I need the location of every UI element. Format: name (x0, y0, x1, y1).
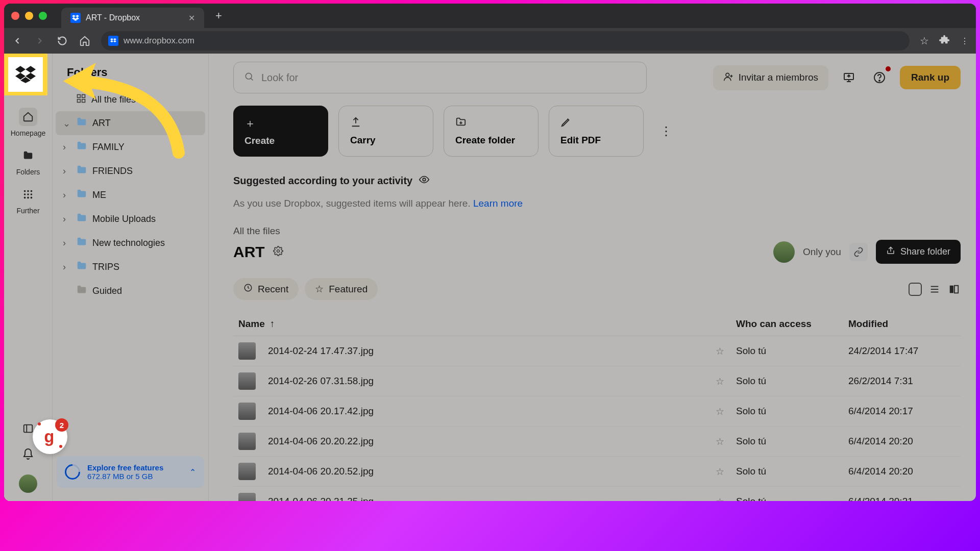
extensions-icon[interactable] (939, 34, 950, 47)
file-name: 2014-02-26 07.31.58.jpg (268, 375, 374, 387)
rail-home[interactable]: Homepage (11, 108, 46, 137)
top-row: Look for Invitar a miembros Rank up (233, 62, 961, 93)
screen-share-icon[interactable] (839, 67, 859, 88)
pencil-icon (560, 116, 632, 131)
folder-icon (76, 164, 87, 178)
file-name: 2014-04-06 20.17.42.jpg (268, 406, 374, 417)
url-text: www.dropbox.com (124, 36, 194, 46)
column-name[interactable]: Name ↑ (238, 318, 736, 330)
sidebar-item-tech[interactable]: › New technologies (53, 231, 208, 255)
maximize-window[interactable] (39, 12, 47, 20)
row-access: Solo tú (736, 406, 848, 417)
file-table: Name ↑ Who can access Modified 2014-02-2… (233, 312, 961, 501)
rank-up-button[interactable]: Rank up (900, 66, 961, 89)
table-row[interactable]: 2014-04-06 20.20.22.jpg☆Solo tú6/4/2014 … (233, 427, 961, 457)
list-view-icon[interactable] (928, 283, 941, 296)
table-row[interactable]: 2014-04-06 20.20.52.jpg☆Solo tú6/4/2014 … (233, 457, 961, 487)
star-toggle[interactable]: ☆ (716, 466, 736, 478)
bookmark-star-icon[interactable]: ☆ (920, 35, 929, 47)
url-bar[interactable]: www.dropbox.com (101, 31, 910, 51)
select-all-checkbox[interactable] (909, 283, 922, 296)
chevron-right-icon[interactable]: › (63, 238, 71, 248)
sidebar-item-guided[interactable]: Guided (53, 279, 208, 303)
star-toggle[interactable]: ☆ (716, 375, 736, 387)
sidebar-item-mobile[interactable]: › Mobile Uploads (53, 207, 208, 231)
table-row[interactable]: 2014-02-26 07.31.58.jpg☆Solo tú26/2/2014… (233, 366, 961, 396)
invite-button[interactable]: Invitar a miembros (713, 65, 828, 90)
featured-chip[interactable]: ☆ Featured (305, 278, 378, 300)
eye-icon[interactable] (419, 174, 430, 188)
browser-tab[interactable]: ART - Dropbox ✕ (61, 8, 204, 28)
row-modified: 6/4/2014 20:17 (848, 406, 955, 417)
sidebar-item-art[interactable]: ⌄ ART (56, 111, 205, 135)
rail-folders[interactable]: Folders (16, 146, 40, 176)
folder-label: New technologies (92, 238, 165, 248)
table-row[interactable]: 2014-02-24 17.47.37.jpg☆Solo tú24/2/2014… (233, 336, 961, 366)
sidebar-item-friends[interactable]: › FRIENDS (53, 159, 208, 183)
edit-pdf-button[interactable]: Edit PDF (549, 106, 644, 157)
file-name: 2014-04-06 20.20.52.jpg (268, 466, 374, 477)
help-bubble[interactable]: g 2 (33, 419, 67, 454)
breadcrumb[interactable]: All the files (233, 226, 961, 237)
folder-label: FRIENDS (92, 166, 133, 177)
create-folder-button[interactable]: Create folder (444, 106, 538, 157)
all-files-label: All the files (91, 94, 136, 105)
recent-chip[interactable]: Recent (233, 278, 299, 300)
free-features-banner[interactable]: Explore free features 672.87 MB or 5 GB … (57, 456, 204, 488)
minimize-window[interactable] (25, 12, 33, 20)
chevron-right-icon[interactable]: › (63, 214, 71, 224)
folder-icon (76, 236, 87, 250)
sidebar-item-family[interactable]: › FAMILY (53, 135, 208, 159)
create-button[interactable]: ＋ Create (233, 106, 328, 157)
row-modified: 26/2/2014 7:31 (848, 375, 955, 387)
search-icon (244, 71, 254, 84)
table-row[interactable]: 2014-04-06 20.17.42.jpg☆Solo tú6/4/2014 … (233, 396, 961, 427)
rail-further[interactable]: Further (16, 185, 39, 215)
folder-icon (76, 212, 87, 226)
back-button[interactable] (11, 35, 23, 47)
sidebar-title: Folders (53, 63, 208, 88)
folder-icon (76, 140, 87, 154)
close-tab-icon[interactable]: ✕ (188, 13, 195, 23)
notifications-icon[interactable] (22, 448, 34, 462)
share-folder-button[interactable]: Share folder (876, 240, 961, 264)
dropbox-logo-icon[interactable] (15, 65, 36, 84)
folder-icon (76, 260, 87, 274)
search-input[interactable]: Look for (233, 62, 647, 93)
close-window[interactable] (11, 12, 19, 20)
folder-sidebar: Folders All the files ⌄ ART › FAMILY › F… (53, 54, 209, 501)
gear-icon[interactable] (273, 246, 283, 258)
star-toggle[interactable]: ☆ (716, 496, 736, 502)
sidebar-item-trips[interactable]: › TRIPS (53, 255, 208, 279)
chevron-right-icon[interactable]: › (63, 190, 71, 201)
learn-more-link[interactable]: Learn more (473, 198, 523, 209)
column-modified[interactable]: Modified (848, 318, 955, 330)
star-toggle[interactable]: ☆ (716, 436, 736, 447)
sidebar-all-files[interactable]: All the files (53, 88, 208, 111)
forward-button[interactable] (34, 35, 46, 47)
chevron-right-icon[interactable]: › (63, 142, 71, 153)
help-icon[interactable] (869, 67, 890, 88)
column-access[interactable]: Who can access (736, 318, 848, 330)
browser-menu-icon[interactable]: ⋮ (961, 36, 969, 46)
panel-view-icon[interactable] (947, 283, 961, 296)
site-icon (108, 36, 118, 46)
svg-rect-13 (82, 95, 85, 98)
chevron-right-icon[interactable]: › (63, 166, 71, 177)
star-toggle[interactable]: ☆ (716, 345, 736, 357)
table-row[interactable]: 2014-04-06 20.21.25.jpg☆Solo tú6/4/2014 … (233, 487, 961, 501)
star-toggle[interactable]: ☆ (716, 406, 736, 417)
chevron-right-icon[interactable]: › (63, 262, 71, 272)
user-avatar[interactable] (19, 474, 37, 493)
copy-link-button[interactable] (849, 243, 868, 261)
window-controls (11, 12, 47, 20)
chevron-down-icon[interactable]: ⌄ (63, 118, 71, 129)
more-actions-icon[interactable]: ⋮ (654, 124, 678, 138)
carry-button[interactable]: Carry (338, 106, 433, 157)
notification-dot-icon (886, 66, 891, 71)
reload-button[interactable] (56, 35, 68, 47)
home-button[interactable] (79, 35, 91, 47)
owner-avatar[interactable] (773, 241, 795, 263)
sidebar-item-me[interactable]: › ME (53, 183, 208, 207)
new-tab-button[interactable]: + (206, 9, 231, 22)
